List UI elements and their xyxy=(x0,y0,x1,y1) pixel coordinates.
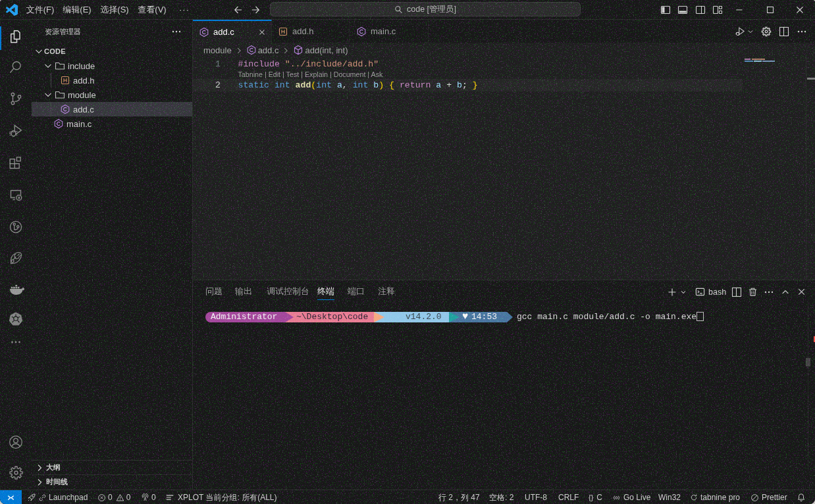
code-token: #include xyxy=(238,59,285,69)
activity-bar xyxy=(0,20,32,490)
command-center[interactable]: code [管理员] xyxy=(270,2,581,16)
timeline-section[interactable]: 时间线 xyxy=(32,474,192,489)
new-terminal-icon[interactable] xyxy=(667,287,687,297)
nav-forward-icon[interactable] xyxy=(250,5,261,15)
remote-explorer-icon[interactable] xyxy=(0,179,32,211)
indentation-item[interactable]: 空格: 2 xyxy=(489,490,513,504)
ports-item[interactable]: 0 xyxy=(141,490,156,504)
toggle-sidebar-icon[interactable] xyxy=(660,5,671,15)
account-icon[interactable] xyxy=(0,426,32,458)
run-debug-icon[interactable] xyxy=(0,115,32,147)
gitlens-icon[interactable] xyxy=(0,211,32,243)
tab-bar: add.c add.h main.c xyxy=(193,20,815,43)
panel-tab-debug-console[interactable]: 调试控制台 xyxy=(267,280,309,303)
eol-item[interactable]: CRLF xyxy=(558,490,579,504)
editor-more-actions-icon[interactable] xyxy=(797,26,807,37)
panel-tab-ports[interactable]: 端口 xyxy=(348,280,365,303)
prettier-item[interactable]: Prettier xyxy=(750,490,787,504)
breadcrumb-symbol[interactable]: add(int, int) xyxy=(305,45,348,55)
c-file-icon xyxy=(356,26,367,37)
panel-tab-output[interactable]: 输出 xyxy=(235,280,252,303)
menu-view[interactable]: 查看(V) xyxy=(134,0,171,20)
close-tab-icon[interactable] xyxy=(255,26,269,39)
explorer-more-actions-icon[interactable] xyxy=(171,26,182,37)
explorer-icon[interactable] xyxy=(0,21,32,53)
overview-cursor-marker xyxy=(807,78,815,80)
outline-section[interactable]: 大纲 xyxy=(32,460,192,474)
maximize-button[interactable] xyxy=(755,0,785,20)
tab-add-h[interactable]: add.h xyxy=(272,20,350,43)
code-line-1: #include "../include/add.h" xyxy=(238,58,379,70)
title-bar: 文件(F) 编辑(E) 选择(S) 查看(V) ··· code [管理员] xyxy=(0,0,815,20)
split-terminal-icon[interactable] xyxy=(731,287,742,297)
customize-layout-icon[interactable] xyxy=(712,5,723,15)
platform-item[interactable]: Win32 xyxy=(658,490,681,504)
launchpad-item[interactable]: Launchpad xyxy=(27,490,88,504)
panel-tab-comments[interactable]: 注释 xyxy=(378,280,395,303)
tree-item-include[interactable]: include xyxy=(32,59,192,73)
xplot-item[interactable]: XPLOT 当前分组: 所有(ALL) xyxy=(165,490,276,504)
tools-icon[interactable] xyxy=(0,242,32,274)
search-icon[interactable] xyxy=(0,51,32,83)
menu-more[interactable]: ··· xyxy=(174,0,194,20)
encoding-item[interactable]: UTF-8 xyxy=(525,490,547,504)
breadcrumb-add-c[interactable]: add.c xyxy=(258,45,279,55)
breadcrumb-module[interactable]: module xyxy=(203,45,232,55)
symbol-method-icon xyxy=(293,45,303,55)
tree-item-label: main.c xyxy=(66,119,92,129)
rocket-icon xyxy=(27,493,36,502)
run-debug-file-icon[interactable] xyxy=(735,26,754,37)
chevron-down-icon xyxy=(43,89,53,100)
remote-indicator[interactable] xyxy=(0,490,22,504)
terminal[interactable]: Administrator ~\Desktop\code v14.2.0 ♥ 1… xyxy=(193,303,815,490)
codelens-tabnine[interactable]: Tabnine | Edit | Test | Explain | Docume… xyxy=(238,70,383,79)
code-token: + xyxy=(446,80,457,90)
go-live-item[interactable]: Go Live xyxy=(612,490,650,504)
tree-item-add-h[interactable]: add.h xyxy=(32,73,192,88)
tree-item-label: include xyxy=(68,61,95,71)
code-token: a xyxy=(436,80,446,90)
terminal-bash-item[interactable]: bash xyxy=(695,287,726,297)
tab-add-c[interactable]: add.c xyxy=(193,20,272,43)
code-token: b xyxy=(457,80,462,90)
notifications-bell-icon[interactable] xyxy=(797,490,806,504)
panel-tab-problems[interactable]: 问题 xyxy=(205,280,223,303)
tree-item-add-c[interactable]: add.c xyxy=(32,102,192,116)
close-panel-icon[interactable] xyxy=(797,287,806,297)
tab-main-c[interactable]: main.c xyxy=(350,20,429,43)
cursor-position-item[interactable]: 行 2，列 47 xyxy=(438,490,480,504)
panel-scrollbar-thumb[interactable] xyxy=(806,358,810,366)
tree-root-code[interactable]: CODE xyxy=(32,44,192,59)
docker-icon[interactable] xyxy=(0,272,32,304)
editor-scrollbar[interactable] xyxy=(806,57,806,280)
toggle-panel-icon[interactable] xyxy=(677,5,688,15)
problems-item[interactable]: 0 0 xyxy=(97,490,130,504)
menu-file[interactable]: 文件(F) xyxy=(22,0,59,20)
kill-terminal-icon[interactable] xyxy=(748,287,758,297)
panel-tab-terminal[interactable]: 终端 xyxy=(317,280,334,303)
error-count: 0 xyxy=(108,493,113,502)
tabnine-item[interactable]: tabnine pro xyxy=(690,490,740,504)
code-token: ; xyxy=(462,80,467,90)
panel-more-actions-icon[interactable] xyxy=(764,287,774,297)
menu-selection[interactable]: 选择(S) xyxy=(96,0,133,20)
extensions-icon[interactable] xyxy=(0,147,32,179)
tree-item-module[interactable]: module xyxy=(32,88,192,102)
source-control-icon[interactable] xyxy=(0,83,32,114)
maximize-panel-icon[interactable] xyxy=(781,288,790,297)
close-window-button[interactable] xyxy=(785,0,815,20)
tab-label: add.c xyxy=(213,27,234,37)
minimize-button[interactable] xyxy=(724,0,754,20)
settings-gear-icon[interactable] xyxy=(0,457,32,488)
menu-edit[interactable]: 编辑(E) xyxy=(59,0,95,20)
toggle-secondary-sidebar-icon[interactable] xyxy=(695,5,706,15)
more-views-icon[interactable] xyxy=(0,326,32,358)
nav-back-icon[interactable] xyxy=(233,5,244,15)
tree-item-main-c[interactable]: main.c xyxy=(32,116,192,131)
split-editor-icon[interactable] xyxy=(779,26,789,37)
editor-settings-gear-icon[interactable] xyxy=(761,26,772,37)
panel-scrollbar[interactable] xyxy=(808,303,808,469)
chevron-right-icon xyxy=(34,477,45,488)
code-area[interactable]: 1 2 #include "../include/add.h" Tabnine … xyxy=(193,57,815,280)
language-mode-item[interactable]: {} C xyxy=(589,490,602,504)
